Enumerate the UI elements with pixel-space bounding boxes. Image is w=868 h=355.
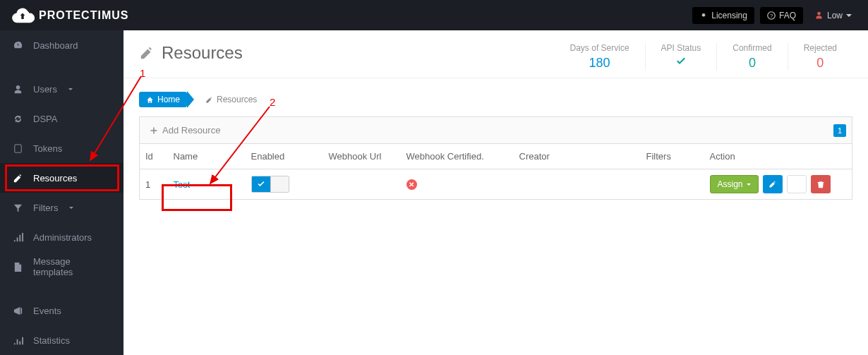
error-icon: ✕ <box>406 179 417 190</box>
document-icon <box>13 262 23 272</box>
assign-button[interactable]: Assign <box>710 175 759 193</box>
sidebar-item-dspa[interactable]: DSPA <box>0 104 123 133</box>
faq-button[interactable]: ? FAQ <box>760 7 803 24</box>
user-menu[interactable]: Low <box>809 7 857 24</box>
col-creator: Creator <box>514 144 641 169</box>
breadcrumb: Home Resources <box>123 78 868 116</box>
stat-rejected: Rejected 0 <box>788 43 852 71</box>
sidebar: Dashboard Users DSPA Tokens Resources Fi… <box>0 30 123 355</box>
stats-icon <box>13 335 23 346</box>
logo[interactable]: PROTECTIMUS <box>11 6 128 25</box>
caret-down-icon <box>68 88 73 90</box>
sidebar-item-dashboard[interactable]: Dashboard <box>0 30 123 60</box>
col-filters: Filters <box>641 144 704 169</box>
breadcrumb-current: Resources <box>198 92 264 107</box>
svg-rect-2 <box>15 144 21 152</box>
licensing-button[interactable]: Licensing <box>692 7 754 24</box>
brand-text: PROTECTIMUS <box>39 9 128 22</box>
col-name: Name <box>168 144 246 169</box>
page-badge[interactable]: 1 <box>833 124 846 137</box>
edit-button[interactable] <box>763 175 783 193</box>
cell-name: Test <box>168 169 246 200</box>
stats: Days of Service 180 API Status Confirmed… <box>555 43 852 71</box>
content: Add Resource 1 Id Name Enabled Webhook U… <box>123 116 868 200</box>
dashboard-icon <box>13 40 23 51</box>
caret-down-icon <box>747 183 751 186</box>
enabled-toggle[interactable] <box>251 176 289 193</box>
cell-id: 1 <box>140 169 168 200</box>
question-icon: ? <box>767 11 776 20</box>
breadcrumb-arrow-icon <box>187 91 194 108</box>
resources-table: Id Name Enabled Webhook Url Webhook Cert… <box>139 143 852 200</box>
sidebar-item-resources[interactable]: Resources <box>0 163 123 193</box>
gear-icon <box>792 180 801 188</box>
sidebar-item-statistics[interactable]: Statistics <box>0 325 123 355</box>
page-header: Resources Days of Service 180 API Status… <box>123 30 868 78</box>
delete-button[interactable] <box>811 175 831 193</box>
filter-icon <box>13 203 23 213</box>
table-toolbar: Add Resource 1 <box>139 116 852 143</box>
cell-creator <box>514 169 641 200</box>
logo-icon <box>11 6 35 25</box>
col-action: Action <box>704 144 852 169</box>
stat-days-of-service: Days of Service 180 <box>555 43 645 71</box>
page-title: Resources <box>139 43 243 63</box>
check-icon <box>252 176 270 192</box>
cell-webhook <box>323 169 401 200</box>
check-icon <box>661 56 701 71</box>
sidebar-item-tokens[interactable]: Tokens <box>0 133 123 163</box>
svg-text:?: ? <box>770 13 773 19</box>
edit-icon <box>139 45 155 61</box>
bars-icon <box>13 232 23 243</box>
table-row: 1 Test ✕ Assign <box>140 169 852 200</box>
sun-icon <box>699 11 708 20</box>
plus-icon <box>150 126 158 135</box>
cell-action: Assign <box>704 169 852 200</box>
col-enabled: Enabled <box>246 144 323 169</box>
tokens-icon <box>13 143 23 154</box>
stat-confirmed: Confirmed 0 <box>716 43 787 71</box>
sidebar-item-templates[interactable]: Message templates <box>0 252 123 282</box>
edit-icon <box>768 180 777 188</box>
sidebar-item-users[interactable]: Users <box>0 74 123 104</box>
caret-down-icon <box>846 14 852 17</box>
user-icon <box>814 11 824 20</box>
topbar: PROTECTIMUS Licensing ? FAQ Low <box>0 0 868 30</box>
cell-filters <box>641 169 704 200</box>
users-icon <box>13 84 23 95</box>
col-certified: Webhook Certified. <box>401 144 514 169</box>
resource-link[interactable]: Test <box>174 179 191 190</box>
main: Resources Days of Service 180 API Status… <box>123 30 868 355</box>
stat-api-status: API Status <box>645 43 717 71</box>
topbar-right: Licensing ? FAQ Low <box>692 7 857 24</box>
settings-button[interactable] <box>787 175 807 193</box>
col-id: Id <box>140 144 168 169</box>
edit-icon <box>13 173 23 183</box>
sidebar-item-filters[interactable]: Filters <box>0 193 123 222</box>
megaphone-icon <box>13 306 23 316</box>
sidebar-item-events[interactable]: Events <box>0 296 123 325</box>
col-webhook: Webhook Url <box>323 144 401 169</box>
cell-certified: ✕ <box>401 169 514 200</box>
caret-down-icon <box>69 207 73 209</box>
breadcrumb-home[interactable]: Home <box>139 92 187 107</box>
sync-icon <box>13 114 23 124</box>
home-icon <box>146 96 154 104</box>
cell-enabled <box>246 169 323 200</box>
add-resource-button[interactable]: Add Resource <box>145 122 224 138</box>
edit-icon <box>205 96 213 104</box>
trash-icon <box>816 180 825 188</box>
sidebar-item-administrators[interactable]: Administrators <box>0 222 123 252</box>
